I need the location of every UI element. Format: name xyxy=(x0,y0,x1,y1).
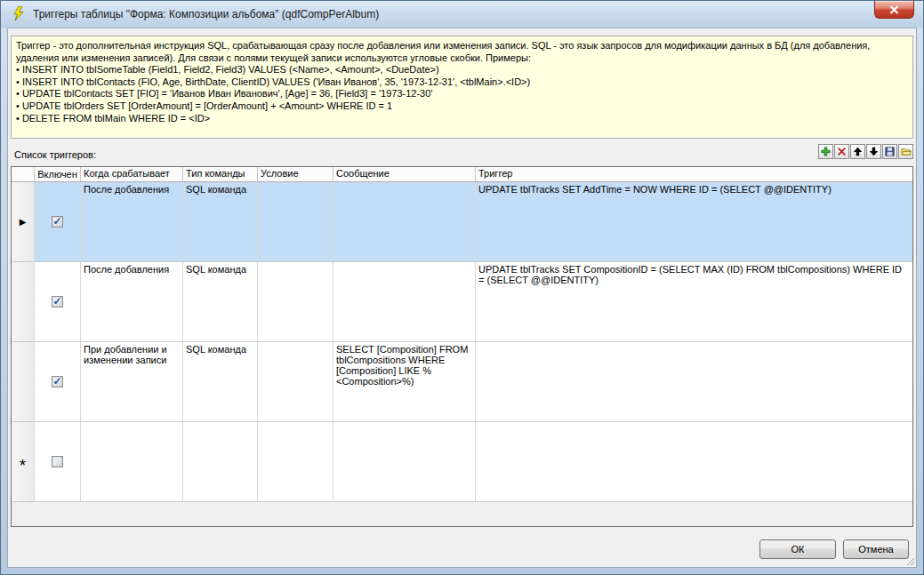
save-button[interactable] xyxy=(882,144,897,159)
cell-message[interactable] xyxy=(333,422,476,502)
row-selector[interactable] xyxy=(12,262,35,342)
move-up-button[interactable] xyxy=(850,144,865,159)
cell-trigger[interactable]: UPDATE tblTracks SET AddTime = NOW WHERE… xyxy=(476,182,912,262)
info-box: Триггер - это дополнительная инструкция … xyxy=(11,36,913,139)
enabled-checkbox[interactable] xyxy=(52,376,63,387)
table-row[interactable]: ▶ После добавления SQL команда UPDATE tb… xyxy=(12,182,912,262)
dialog-window: Триггеры таблицы "Форма: Композиции альб… xyxy=(0,0,924,575)
current-row-arrow: ▶ xyxy=(20,217,27,227)
header-message: Сообщение xyxy=(333,167,476,181)
cell-enabled[interactable] xyxy=(35,342,81,422)
cell-condition[interactable] xyxy=(258,422,333,502)
cell-when[interactable]: После добавления xyxy=(81,262,183,342)
row-selector[interactable] xyxy=(12,342,35,422)
info-line: • UPDATE tblOrders SET [OrderAmount] = [… xyxy=(16,100,908,113)
move-down-button[interactable] xyxy=(866,144,881,159)
cell-trigger[interactable]: UPDATE tblTracks SET CompositionID = (SE… xyxy=(476,262,912,342)
cell-condition[interactable] xyxy=(258,262,333,342)
cancel-button[interactable]: Отмена xyxy=(843,539,909,559)
cell-enabled[interactable] xyxy=(35,422,81,502)
arrow-down-icon xyxy=(869,147,879,156)
trigger-list-label: Список триггеров: xyxy=(14,149,96,160)
cell-command-type[interactable]: SQL команда xyxy=(183,262,258,342)
cell-when[interactable] xyxy=(81,422,183,502)
cell-message[interactable]: SELECT [Composition] FROM tblComposition… xyxy=(333,342,476,422)
info-line: Триггер - это дополнительная инструкция … xyxy=(16,40,908,52)
table-row[interactable]: После добавления SQL команда UPDATE tblT… xyxy=(12,262,912,342)
dialog-content: Триггер - это дополнительная инструкция … xyxy=(7,28,917,568)
enabled-checkbox[interactable] xyxy=(52,216,63,228)
info-line: • INSERT INTO tblSomeTable (Field1, Fiel… xyxy=(16,64,908,76)
close-icon xyxy=(889,5,899,14)
add-trigger-button[interactable] xyxy=(818,144,833,159)
delete-icon xyxy=(837,147,847,156)
cell-trigger[interactable] xyxy=(476,342,912,422)
row-selector[interactable]: * xyxy=(12,422,35,502)
row-selector[interactable]: ▶ xyxy=(12,182,35,262)
cell-trigger[interactable] xyxy=(476,422,912,502)
info-line: • INSERT INTO tblContacts (FIO, Age, Bir… xyxy=(16,76,908,89)
grid-empty-area xyxy=(12,502,912,527)
cell-condition[interactable] xyxy=(258,342,333,422)
cell-message[interactable] xyxy=(333,182,476,262)
cell-enabled[interactable] xyxy=(35,262,81,342)
header-row-selector xyxy=(12,167,35,181)
new-row-asterisk: * xyxy=(20,455,26,469)
header-enabled: Включен xyxy=(35,167,81,181)
enabled-checkbox[interactable] xyxy=(52,456,63,467)
cell-when[interactable]: После добавления xyxy=(81,182,183,262)
cell-command-type[interactable]: SQL команда xyxy=(183,342,258,422)
info-line: удаления или изменения записей). Для свя… xyxy=(16,52,908,65)
add-icon xyxy=(821,147,831,156)
table-row[interactable]: При добавлении и изменении записи SQL ко… xyxy=(12,342,912,422)
titlebar[interactable]: Триггеры таблицы "Форма: Композиции альб… xyxy=(1,1,923,28)
header-command-type: Тип команды xyxy=(183,167,258,181)
trigger-grid: Включен Когда срабатывает Тип команды Ус… xyxy=(11,166,913,527)
window-title: Триггеры таблицы "Форма: Композиции альб… xyxy=(33,8,379,20)
info-line: • UPDATE tblContacts SET [FIO] = 'Иванов… xyxy=(16,88,908,100)
table-row-new[interactable]: * xyxy=(12,422,912,502)
open-button[interactable] xyxy=(898,144,913,159)
cell-condition[interactable] xyxy=(258,182,333,262)
grid-header: Включен Когда срабатывает Тип команды Ус… xyxy=(12,167,912,182)
close-button[interactable] xyxy=(874,1,914,19)
cell-command-type[interactable] xyxy=(183,422,258,502)
save-icon xyxy=(885,147,895,156)
cell-when[interactable]: При добавлении и изменении записи xyxy=(81,342,183,422)
cell-command-type[interactable]: SQL команда xyxy=(183,182,258,262)
info-line: • DELETE FROM tblMain WHERE ID = <ID> xyxy=(16,113,908,125)
ok-button[interactable]: ОК xyxy=(759,539,836,559)
lightning-icon xyxy=(12,6,26,21)
header-when: Когда срабатывает xyxy=(81,167,183,181)
cell-message[interactable] xyxy=(333,262,476,342)
enabled-checkbox[interactable] xyxy=(52,296,63,307)
folder-open-icon xyxy=(901,147,912,156)
cell-enabled[interactable] xyxy=(35,182,81,262)
delete-trigger-button[interactable] xyxy=(834,144,849,159)
arrow-up-icon xyxy=(853,147,863,156)
trigger-toolbar xyxy=(817,144,913,159)
resize-grip[interactable] xyxy=(904,555,915,566)
header-trigger: Триггер xyxy=(476,167,912,181)
header-condition: Условие xyxy=(258,167,333,181)
